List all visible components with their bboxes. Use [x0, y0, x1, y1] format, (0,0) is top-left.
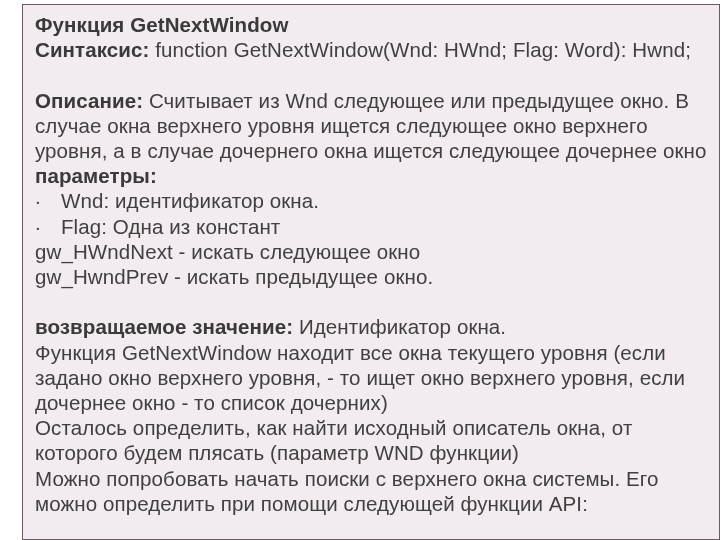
bullet-2: ·Flag: Одна из констант	[35, 214, 719, 239]
title-name: GetNextWindow	[130, 13, 288, 36]
return-label: возвращаемое значение:	[35, 315, 293, 338]
bullet-1: ·Wnd: идентификатор окна.	[35, 188, 719, 213]
params-label: параметры:	[35, 163, 719, 188]
desc-text-1: Считывает из Wnd следующее или предыдуще…	[149, 89, 689, 112]
bullet-2-text: Flag: Одна из констант	[61, 215, 280, 238]
desc-label: Описание:	[35, 89, 143, 112]
para-7: можно определить при помощи следующей фу…	[35, 491, 719, 516]
blank-line-1	[35, 62, 719, 87]
return-line: возвращаемое значение: Идентификатор окн…	[35, 314, 719, 339]
doc-panel: Функция GetNextWindow Синтаксис: functio…	[22, 4, 720, 540]
blank-line-2	[35, 289, 719, 314]
title-label: Функция	[35, 13, 124, 36]
bullet-dot-icon: ·	[35, 188, 61, 213]
bullet-1-text: Wnd: идентификатор окна.	[61, 189, 319, 212]
para-1: Функция GetNextWindow находит все окна т…	[35, 340, 719, 365]
para-5: которого будем плясать (параметр WND фун…	[35, 440, 719, 465]
bullet-dot-icon: ·	[35, 214, 61, 239]
title-line: Функция GetNextWindow	[35, 12, 719, 37]
const-1: gw_HWndNext - искать следующее окно	[35, 239, 719, 264]
desc-line-2: случае окна верхнего уровня ищется следу…	[35, 113, 719, 138]
const-2: gw_HwndPrev - искать предыдущее окно.	[35, 264, 719, 289]
para-4: Осталось определить, как найти исходный …	[35, 415, 719, 440]
syntax-value: function GetNextWindow(Wnd: HWnd; Flag: …	[155, 38, 691, 61]
para-2: задано окно верхнего уровня, - то ищет о…	[35, 365, 719, 390]
desc-line-3: уровня, а в случае дочернего окна ищется…	[35, 138, 719, 163]
para-6: Можно попробовать начать поиски с верхне…	[35, 466, 719, 491]
syntax-label: Синтаксис:	[35, 38, 149, 61]
para-3: дочернее окно - то список дочерних)	[35, 390, 719, 415]
desc-line-1: Описание: Считывает из Wnd следующее или…	[35, 88, 719, 113]
return-text: Идентификатор окна.	[299, 315, 506, 338]
syntax-line: Синтаксис: function GetNextWindow(Wnd: H…	[35, 37, 719, 62]
